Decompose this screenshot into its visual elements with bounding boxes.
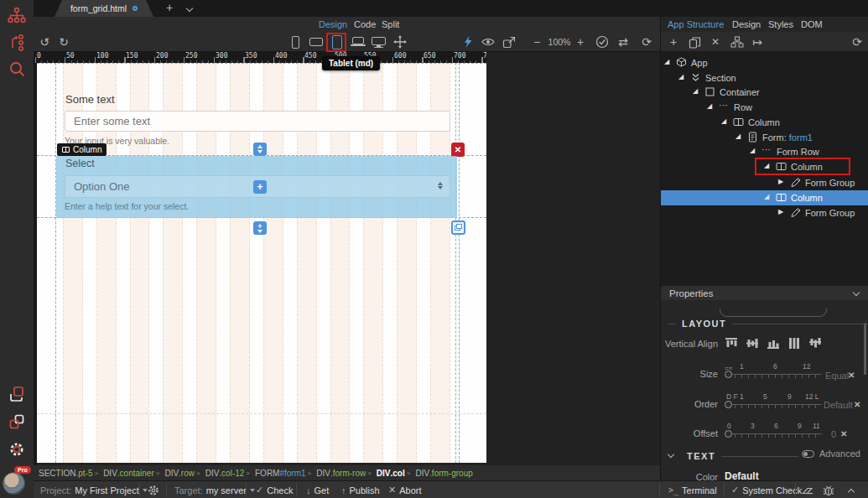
expand-arrow[interactable]: ◢: [764, 193, 769, 200]
order-slider-knob[interactable]: [725, 401, 732, 408]
bug-icon[interactable]: [823, 481, 834, 498]
swap-icon[interactable]: ⇄: [615, 32, 632, 52]
breadcrumb-item[interactable]: SECTION.pt-5>: [39, 469, 98, 478]
breadcrumb-item[interactable]: DIV.form-group: [415, 469, 472, 478]
offset-slider[interactable]: [728, 433, 822, 438]
tree-item-row[interactable]: ◢ ··· Row: [661, 100, 868, 115]
expand-arrow[interactable]: ◢: [750, 147, 755, 154]
offset-clear-icon[interactable]: ✕: [840, 429, 847, 438]
eye-icon[interactable]: [480, 32, 496, 52]
target-selector[interactable]: Target: my server: [174, 481, 255, 498]
align-stretch-icon[interactable]: [787, 337, 801, 350]
detach-icon[interactable]: ↦: [750, 32, 765, 52]
delete-element-button[interactable]: ✕: [451, 143, 465, 157]
desktop-icon[interactable]: [369, 32, 389, 52]
breadcrumb-item[interactable]: DIV.container>: [103, 469, 159, 478]
align-baseline-icon[interactable]: [808, 337, 822, 350]
duplicate-icon[interactable]: [687, 32, 702, 52]
align-bottom-icon[interactable]: [767, 337, 780, 350]
abort-button[interactable]: ✕Abort: [388, 481, 422, 498]
expand-arrow[interactable]: ◢: [721, 117, 726, 125]
expand-arrow[interactable]: ◢: [707, 102, 712, 110]
size-slider-knob[interactable]: [725, 371, 732, 378]
align-middle-icon[interactable]: [746, 337, 759, 350]
zoom-out-button[interactable]: −: [530, 32, 543, 52]
laptop-icon[interactable]: [348, 32, 368, 52]
tree-item-form[interactable]: ◢ Form: form1: [661, 130, 868, 145]
insert-handle-plus[interactable]: +: [253, 221, 267, 235]
undo-icon[interactable]: ↺: [36, 32, 53, 52]
bolt-icon[interactable]: [460, 32, 475, 52]
insert-handle-updown[interactable]: [253, 143, 267, 156]
tree-item-app[interactable]: ◢ App: [661, 55, 868, 70]
panel-refresh-icon[interactable]: ⟳: [850, 32, 865, 52]
tab-list-chevron-icon[interactable]: [186, 5, 193, 12]
tab-dom[interactable]: DOM: [801, 19, 823, 29]
delete-icon[interactable]: ✕: [708, 32, 723, 52]
check-circle-icon[interactable]: [594, 32, 611, 52]
terminal-button[interactable]: >_Terminal: [668, 481, 717, 498]
panel-scrollbar[interactable]: [864, 323, 866, 375]
view-mode-split[interactable]: Split: [382, 19, 399, 29]
view-mode-design[interactable]: Design: [319, 19, 347, 29]
get-button[interactable]: ↓Get: [306, 481, 329, 498]
export-icon[interactable]: [501, 32, 517, 52]
tree-item-column[interactable]: ◢ Column: [661, 115, 868, 130]
size-clear-icon[interactable]: ✕: [848, 371, 855, 380]
app-structure-tree-icon[interactable]: [7, 5, 27, 25]
redo-icon[interactable]: ↻: [55, 32, 72, 52]
order-clear-icon[interactable]: ✕: [854, 400, 860, 409]
project-selector[interactable]: Project: My First Project: [40, 481, 148, 498]
tree-item-form-group-2[interactable]: ▶ Form Group: [661, 205, 868, 220]
tab-design[interactable]: Design: [732, 19, 761, 29]
collapse-arrow[interactable]: ▶: [778, 208, 783, 215]
expand-arrow[interactable]: ◢: [693, 87, 698, 95]
eraser-icon[interactable]: [802, 481, 813, 498]
check-button[interactable]: ✓Check: [256, 481, 293, 498]
refresh-icon[interactable]: ⟳: [638, 32, 655, 52]
breadcrumb-item[interactable]: FORM#form1>: [255, 469, 311, 478]
plugins-icon[interactable]: [7, 412, 27, 432]
search-icon[interactable]: [7, 59, 27, 79]
phone-landscape-icon[interactable]: [307, 32, 325, 52]
color-value[interactable]: Default: [725, 470, 759, 480]
add-option-button[interactable]: +: [253, 180, 267, 194]
tree-item-section[interactable]: ◢ Section: [661, 70, 868, 86]
breadcrumb-item[interactable]: DIV.form-row>: [316, 469, 372, 478]
tree-item-column-2-selected[interactable]: ◢ Column: [661, 190, 868, 205]
text-input-field[interactable]: [65, 111, 450, 132]
new-tab-button[interactable]: +: [166, 1, 173, 14]
align-top-icon[interactable]: [725, 337, 738, 350]
settings-gear-icon[interactable]: [7, 439, 27, 459]
advanced-toggle[interactable]: [802, 450, 814, 458]
expand-arrow[interactable]: ◢: [664, 58, 669, 65]
tree-view-icon[interactable]: [729, 32, 746, 52]
order-slider[interactable]: [728, 404, 822, 408]
project-settings-gear-icon[interactable]: [148, 481, 159, 498]
tab-styles[interactable]: Styles: [768, 19, 793, 29]
tree-item-container[interactable]: ◢ Container: [661, 85, 868, 100]
phone-icon[interactable]: [287, 32, 304, 52]
file-tab[interactable]: form_grid.html: [55, 0, 153, 17]
breadcrumb-item[interactable]: DIV.col-12>: [205, 469, 250, 478]
design-canvas[interactable]: Some text Your input is very valuable. C…: [37, 63, 486, 463]
add-element-icon[interactable]: +: [666, 32, 681, 52]
zoom-in-button[interactable]: +: [574, 32, 587, 52]
collapse-arrow[interactable]: ▶: [778, 178, 783, 185]
pages-icon[interactable]: [7, 384, 27, 404]
offset-slider-knob[interactable]: [725, 430, 732, 438]
view-mode-code[interactable]: Code: [354, 19, 376, 29]
breadcrumb-item-current[interactable]: DIV.col>: [377, 469, 411, 478]
expand-arrow[interactable]: ◢: [735, 132, 741, 140]
tab-app-structure[interactable]: App Structure: [668, 19, 724, 29]
components-icon[interactable]: [7, 32, 27, 52]
properties-header[interactable]: Properties: [661, 286, 868, 300]
move-icon[interactable]: [391, 32, 409, 52]
text-section-chevron-icon[interactable]: [668, 451, 674, 458]
tree-item-form-group-1[interactable]: ▶ Form Group: [661, 175, 868, 190]
breadcrumb-item[interactable]: DIV.row>: [164, 469, 200, 478]
publish-button[interactable]: ↑Publish: [341, 481, 380, 498]
size-slider[interactable]: [728, 374, 822, 378]
duplicate-element-button[interactable]: [451, 220, 465, 235]
system-check-button[interactable]: ✓System Check: [731, 481, 802, 498]
